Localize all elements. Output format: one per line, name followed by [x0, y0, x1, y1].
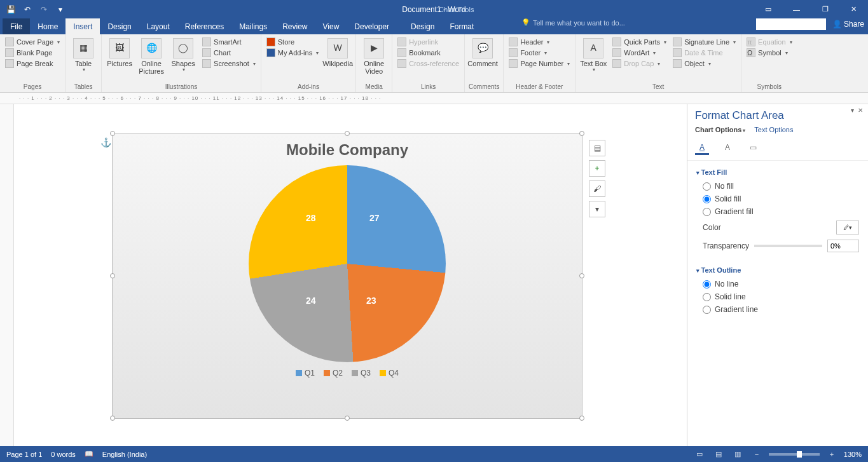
chart-styles-button[interactable]: 🖌 — [589, 180, 605, 197]
pie-chart[interactable]: 27 23 24 28 — [249, 165, 446, 362]
shapes-button[interactable]: ◯Shapes — [169, 37, 197, 83]
ribbon-display-options-icon[interactable]: ▭ — [754, 0, 782, 18]
text-fill-section[interactable]: Text Fill — [696, 168, 859, 176]
legend-item-q1[interactable]: Q1 — [296, 369, 315, 377]
tab-chart-design[interactable]: Design — [403, 18, 442, 34]
signature-line-button[interactable]: Signature Line — [672, 37, 737, 47]
blank-page-button[interactable]: Blank Page — [4, 48, 61, 58]
transparency-input[interactable] — [827, 240, 859, 252]
transparency-slider[interactable] — [754, 245, 822, 247]
tab-insert[interactable]: Insert — [65, 18, 100, 34]
undo-icon[interactable]: ↶ — [22, 4, 33, 15]
gradient-fill-radio[interactable]: Gradient fill — [696, 205, 859, 218]
chart-title[interactable]: Mobile Company — [113, 133, 582, 159]
legend-item-q4[interactable]: Q4 — [380, 369, 399, 377]
header-button[interactable]: Header — [507, 37, 571, 47]
online-pictures-button[interactable]: 🌐Online Pictures — [137, 37, 165, 83]
table-button[interactable]: ▦Table — [69, 37, 97, 83]
word-count[interactable]: 0 words — [51, 451, 76, 458]
spellcheck-icon[interactable]: 📖 — [85, 450, 93, 458]
text-options-tab[interactable]: Text Options — [754, 126, 793, 133]
tab-home[interactable]: Home — [30, 18, 65, 34]
vertical-ruler[interactable] — [0, 104, 14, 446]
search-box[interactable] — [756, 18, 826, 30]
tab-file[interactable]: File — [3, 18, 30, 34]
document-canvas[interactable]: ⚓ Mobile Company 27 23 24 — [14, 104, 687, 446]
cover-page-button[interactable]: Cover Page — [4, 37, 61, 47]
print-layout-icon[interactable]: ▤ — [712, 449, 726, 460]
online-video-button[interactable]: ▶Online Video — [360, 37, 388, 83]
redo-icon[interactable]: ↷ — [38, 4, 50, 15]
my-addins-button[interactable]: My Add-ins — [265, 48, 320, 58]
zoom-level[interactable]: 130% — [844, 451, 862, 458]
textbox-icon[interactable]: ▭ — [746, 141, 760, 155]
tab-references[interactable]: References — [177, 18, 231, 34]
zoom-out-button[interactable]: − — [750, 449, 764, 460]
color-picker-button[interactable]: 🖉▾ — [836, 221, 859, 234]
minimize-icon[interactable]: ― — [782, 0, 811, 18]
resize-handle-e[interactable] — [579, 273, 584, 278]
gradient-line-radio[interactable]: Gradient line — [696, 303, 859, 316]
chart-object[interactable]: Mobile Company 27 23 24 28 Q1 Q2 Q3 Q4 — [112, 133, 582, 419]
smartart-button[interactable]: SmartArt — [201, 37, 257, 47]
page-number-button[interactable]: Page Number — [507, 58, 571, 69]
anchor-icon[interactable]: ⚓ — [100, 137, 112, 149]
quick-parts-button[interactable]: Quick Parts — [611, 37, 668, 47]
symbol-button[interactable]: ΩSymbol — [745, 48, 793, 58]
layout-options-button[interactable]: ▤ — [589, 140, 605, 156]
text-effects-icon[interactable]: A — [720, 141, 734, 155]
maximize-icon[interactable]: ❐ — [811, 0, 839, 18]
horizontal-ruler[interactable]: · · · 1 · · · 2 · · · 3 · · · 4 · · · 5 … — [0, 93, 868, 104]
web-layout-icon[interactable]: ▥ — [731, 449, 745, 460]
tab-review[interactable]: Review — [275, 18, 315, 34]
no-line-radio[interactable]: No line — [696, 278, 859, 290]
resize-handle-ne[interactable] — [579, 131, 584, 136]
pictures-button[interactable]: 🖼Pictures — [106, 37, 134, 83]
chart-elements-button[interactable]: + — [589, 160, 605, 177]
resize-handle-nw[interactable] — [110, 131, 115, 136]
legend-item-q2[interactable]: Q2 — [324, 369, 343, 377]
chart-options-tab[interactable]: Chart Options — [695, 126, 745, 133]
qat-more-icon[interactable]: ▾ — [55, 4, 66, 15]
resize-handle-se[interactable] — [579, 416, 584, 421]
pane-options-icon[interactable]: ▾ — [851, 107, 854, 114]
store-button[interactable]: Store — [265, 37, 320, 47]
bookmark-button[interactable]: Bookmark — [396, 48, 460, 58]
pie-slices[interactable] — [249, 165, 446, 362]
read-mode-icon[interactable]: ▭ — [692, 449, 706, 460]
text-outline-section[interactable]: Text Outline — [696, 266, 859, 274]
solid-line-radio[interactable]: Solid line — [696, 290, 859, 303]
tab-view[interactable]: View — [315, 18, 347, 34]
footer-button[interactable]: Footer — [507, 48, 571, 58]
legend-item-q3[interactable]: Q3 — [352, 369, 371, 377]
zoom-slider[interactable] — [769, 453, 820, 456]
solid-fill-radio[interactable]: Solid fill — [696, 193, 859, 205]
screenshot-button[interactable]: Screenshot — [201, 58, 257, 69]
tab-layout[interactable]: Layout — [139, 18, 177, 34]
share-button[interactable]: 👤 Share — [832, 20, 864, 29]
object-button[interactable]: Object — [672, 58, 737, 69]
resize-handle-n[interactable] — [345, 131, 350, 136]
chart-filters-button[interactable]: ▾ — [589, 201, 605, 217]
text-box-button[interactable]: AText Box — [579, 37, 607, 83]
page-indicator[interactable]: Page 1 of 1 — [6, 451, 42, 458]
tab-mailings[interactable]: Mailings — [231, 18, 275, 34]
text-fill-outline-icon[interactable]: A — [695, 141, 709, 155]
save-icon[interactable]: 💾 — [5, 4, 17, 15]
resize-handle-s[interactable] — [345, 416, 350, 421]
tab-design[interactable]: Design — [100, 18, 139, 34]
page-break-button[interactable]: Page Break — [4, 58, 61, 69]
wikipedia-button[interactable]: WWikipedia — [324, 37, 352, 83]
pane-close-icon[interactable]: ✕ — [858, 107, 863, 114]
chart-legend[interactable]: Q1 Q2 Q3 Q4 — [113, 369, 582, 377]
zoom-in-button[interactable]: + — [825, 449, 839, 460]
close-icon[interactable]: ✕ — [839, 0, 868, 18]
tell-me-search[interactable]: 💡 Tell me what you want to do... — [521, 18, 625, 27]
chart-button[interactable]: Chart — [201, 48, 257, 58]
tab-developer[interactable]: Developer — [347, 18, 397, 34]
comment-button[interactable]: 💬Comment — [469, 37, 497, 83]
no-fill-radio[interactable]: No fill — [696, 180, 859, 193]
wordart-button[interactable]: WordArt — [611, 48, 668, 58]
resize-handle-sw[interactable] — [110, 416, 115, 421]
tab-chart-format[interactable]: Format — [442, 18, 481, 34]
